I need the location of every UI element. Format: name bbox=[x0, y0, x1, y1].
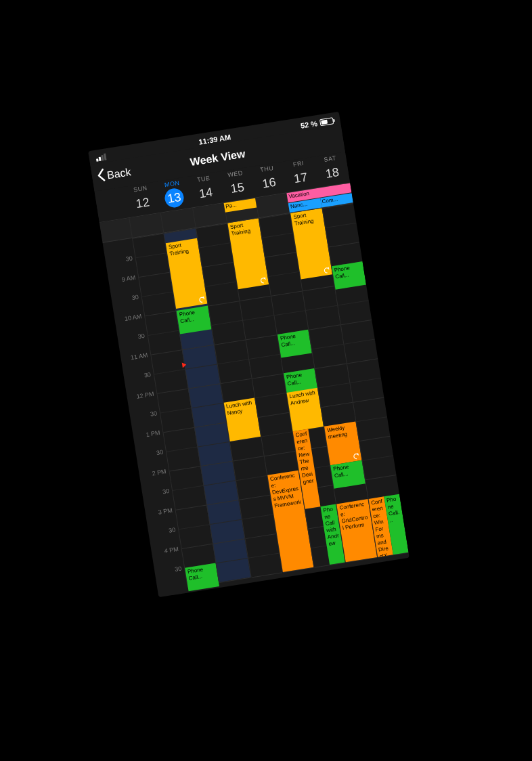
calendar-event[interactable]: Phone Call... bbox=[332, 261, 366, 290]
day-number: 16 bbox=[258, 172, 280, 194]
day-header-thu[interactable]: THU16 bbox=[250, 162, 287, 198]
time-label: 30 bbox=[131, 293, 139, 301]
time-label: 30 bbox=[175, 565, 182, 572]
day-header-fri[interactable]: FRI17 bbox=[282, 156, 318, 192]
calendar-grid[interactable]: 309 AM3010 AM3011 AM3012 PM301 PM302 PM3… bbox=[103, 203, 409, 597]
time-label: 30 bbox=[162, 487, 169, 495]
recurring-icon bbox=[260, 276, 267, 284]
time-label: 9 AM bbox=[121, 274, 136, 283]
recurring-icon bbox=[198, 296, 205, 303]
time-label: 2 PM bbox=[152, 468, 167, 477]
day-header-mon[interactable]: MON13 bbox=[156, 177, 192, 213]
back-button[interactable]: Back bbox=[95, 164, 132, 186]
time-label: 30 bbox=[137, 332, 145, 340]
phone-screen: 11:39 AM 52 % Back Week View SUN12MON13T… bbox=[88, 112, 409, 597]
time-label: 30 bbox=[150, 410, 157, 417]
time-gutter-header bbox=[95, 187, 129, 222]
time-label: 3 PM bbox=[158, 507, 173, 516]
back-label: Back bbox=[106, 166, 132, 181]
time-label: 12 PM bbox=[136, 391, 154, 400]
day-number: 13 bbox=[163, 187, 185, 209]
time-label: 4 PM bbox=[164, 546, 179, 555]
recurring-icon bbox=[352, 452, 359, 460]
day-number: 12 bbox=[132, 192, 154, 214]
time-label: 30 bbox=[168, 526, 175, 534]
day-number: 15 bbox=[227, 177, 248, 199]
time-label: 11 AM bbox=[130, 351, 148, 361]
time-label: 30 bbox=[143, 371, 151, 378]
recurring-icon bbox=[323, 266, 330, 274]
time-label: 30 bbox=[156, 449, 163, 456]
calendar-event[interactable]: Phone Call... bbox=[278, 330, 312, 358]
day-number: 14 bbox=[195, 182, 217, 204]
day-number: 18 bbox=[322, 162, 343, 183]
day-header-tue[interactable]: TUE14 bbox=[187, 172, 223, 208]
day-header-sun[interactable]: SUN12 bbox=[124, 181, 160, 217]
time-label: 10 AM bbox=[124, 313, 142, 322]
day-header-wed[interactable]: WED15 bbox=[219, 167, 255, 202]
time-label: 1 PM bbox=[146, 429, 160, 438]
calendar-event[interactable]: Phone Call... bbox=[185, 563, 219, 591]
calendar-event[interactable]: Phone Call... bbox=[330, 460, 365, 489]
chevron-left-icon bbox=[95, 168, 107, 186]
day-header-sat[interactable]: SAT18 bbox=[313, 152, 350, 188]
time-label: 30 bbox=[125, 255, 133, 262]
calendar-event[interactable]: Phone Call... bbox=[177, 306, 211, 334]
day-number: 17 bbox=[290, 167, 311, 189]
page-title: Week View bbox=[190, 148, 246, 169]
